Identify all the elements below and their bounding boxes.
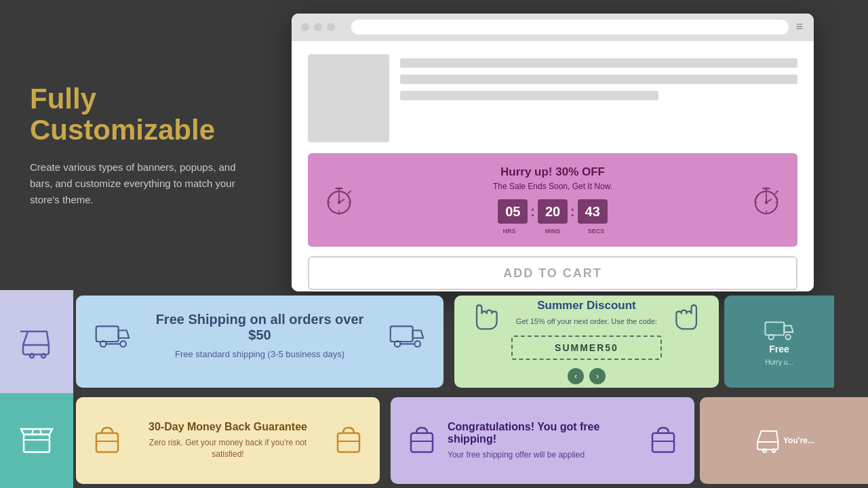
svg-line-57 [776, 431, 778, 442]
browser-urlbar[interactable] [351, 20, 789, 35]
countdown-title: Hurry up! 30% OFF [363, 165, 742, 179]
countdown-banner: Hurry up! 30% OFF The Sale Ends Soon, Ge… [308, 153, 797, 247]
summer-subtitle: Get 15% off your next order. Use the cod… [511, 317, 662, 327]
free-hurry-title: Free [769, 344, 789, 354]
svg-point-41 [786, 334, 791, 339]
congrats-card: Congratulations! You got free shipping! … [391, 397, 694, 484]
svg-line-5 [348, 191, 351, 194]
bottom-section: Free Shipping on all orders over $50 Fre… [0, 290, 868, 488]
svg-rect-39 [765, 322, 784, 335]
digit-labels: HRS MINS SECS [363, 228, 742, 235]
secs-label: SECS [581, 228, 611, 235]
colon-1: : [530, 204, 535, 220]
svg-line-25 [47, 331, 49, 345]
browser-dots [301, 23, 335, 31]
stopwatch-left-icon [321, 182, 357, 218]
product-text-lines [400, 54, 797, 142]
summer-title: Summer Discount [511, 299, 662, 312]
svg-point-58 [763, 449, 766, 452]
truck-icon-right [389, 321, 425, 351]
card-nav-buttons: ‹ › [471, 368, 703, 384]
summer-inner: Summer Discount Get 15% off your next or… [471, 299, 703, 359]
congrats-title: Congratulations! You got free shipping! [448, 421, 637, 445]
bag-icon-right [334, 422, 363, 459]
youre-card: You're... [700, 397, 868, 484]
promo-code-box: SUMMER50 [511, 336, 662, 360]
browser-mockup: ≡ [292, 14, 814, 291]
countdown-center: Hurry up! 30% OFF The Sale Ends Soon, Ge… [363, 165, 742, 235]
stopwatch-left-wrap [321, 182, 357, 218]
svg-rect-48 [338, 433, 359, 452]
top-card-row: Free Shipping on all orders over $50 Fre… [0, 290, 868, 393]
svg-point-59 [772, 449, 776, 452]
product-image [308, 54, 389, 142]
free-shipping-inner: Free Shipping on all orders over $50 Fre… [95, 312, 425, 361]
svg-point-26 [30, 354, 34, 358]
congrats-text: Your free shipping offer will be applied [448, 449, 637, 461]
stopwatch-right-icon [749, 182, 784, 218]
free-shipping-title: Free Shipping on all orders over $50 [144, 312, 376, 343]
guarantee-inner: 30-Day Money Back Guarantee Zero risk. G… [92, 421, 363, 460]
countdown-digits: 05 : 20 : 43 [363, 199, 742, 224]
svg-rect-52 [652, 433, 674, 452]
guarantee-title: 30-Day Money Back Guarantee [133, 421, 323, 433]
youre-text: You're... [783, 436, 814, 445]
secs-digit: 43 [578, 199, 608, 224]
browser-dot-yellow [314, 23, 322, 31]
free-shipping-text: Free Shipping on all orders over $50 Fre… [144, 312, 376, 361]
colon-2: : [570, 204, 575, 220]
countdown-subtitle: The Sale Ends Soon, Get It Now. [363, 182, 742, 191]
truck-icon-left [95, 321, 130, 351]
svg-point-31 [120, 341, 126, 347]
hand-icon-left [471, 299, 500, 336]
free-shipping-card: Free Shipping on all orders over $50 Fre… [76, 296, 443, 388]
bag-icon-congrats-left [407, 422, 437, 459]
guarantee-text-area: 30-Day Money Back Guarantee Zero risk. G… [133, 421, 323, 460]
hand-icon-right [673, 299, 703, 336]
svg-rect-34 [391, 326, 413, 342]
svg-point-17 [765, 201, 768, 203]
svg-line-23 [23, 331, 28, 345]
cart-icon-bottom-right [753, 426, 783, 455]
svg-rect-29 [96, 326, 119, 342]
mins-label: MINS [538, 228, 568, 235]
nav-prev-button[interactable]: ‹ [568, 368, 584, 384]
svg-rect-22 [23, 345, 49, 354]
label-colon-1 [527, 228, 535, 235]
main-description: Create various types of banners, popups,… [30, 159, 258, 208]
main-title: FullyCustomizable [30, 83, 258, 146]
hours-digit: 05 [498, 199, 528, 224]
partial-left-top-card [0, 290, 73, 393]
svg-line-16 [775, 191, 778, 194]
truck-icon-partial-right [764, 318, 794, 344]
browser-menu-icon: ≡ [795, 20, 804, 34]
product-section [308, 54, 797, 142]
svg-point-6 [338, 201, 340, 203]
text-line-1 [400, 58, 797, 68]
svg-rect-46 [96, 433, 118, 452]
box-icon-bottom-left [20, 424, 54, 458]
hrs-label: HRS [494, 228, 524, 235]
browser-dot-red [301, 23, 309, 31]
text-line-3 [400, 91, 658, 100]
label-colon-2 [570, 228, 578, 235]
svg-rect-54 [757, 442, 778, 449]
stopwatch-right-wrap [749, 182, 784, 218]
free-hurry-card: Free Hurry u... [724, 296, 834, 388]
bottom-card-row: 30-Day Money Back Guarantee Zero risk. G… [0, 393, 868, 488]
browser-dot-green [327, 23, 335, 31]
text-line-2 [400, 75, 797, 84]
summer-discount-card: Summer Discount Get 15% off your next or… [454, 296, 719, 388]
svg-point-36 [414, 341, 420, 347]
svg-rect-42 [24, 434, 50, 452]
bag-icon-congrats-right [648, 422, 678, 459]
bag-icon-left [92, 422, 122, 459]
left-panel: FullyCustomizable Create various types o… [0, 0, 285, 291]
partial-left-bottom-card [0, 393, 73, 488]
svg-rect-50 [411, 433, 433, 452]
congrats-text-area: Congratulations! You got free shipping! … [448, 421, 637, 461]
guarantee-text: Zero risk. Get your money back if you're… [133, 437, 323, 460]
nav-next-button[interactable]: › [589, 368, 606, 384]
add-to-cart-button[interactable]: ADD TO CART [308, 256, 797, 290]
free-hurry-subtitle: Hurry u... [765, 359, 793, 366]
